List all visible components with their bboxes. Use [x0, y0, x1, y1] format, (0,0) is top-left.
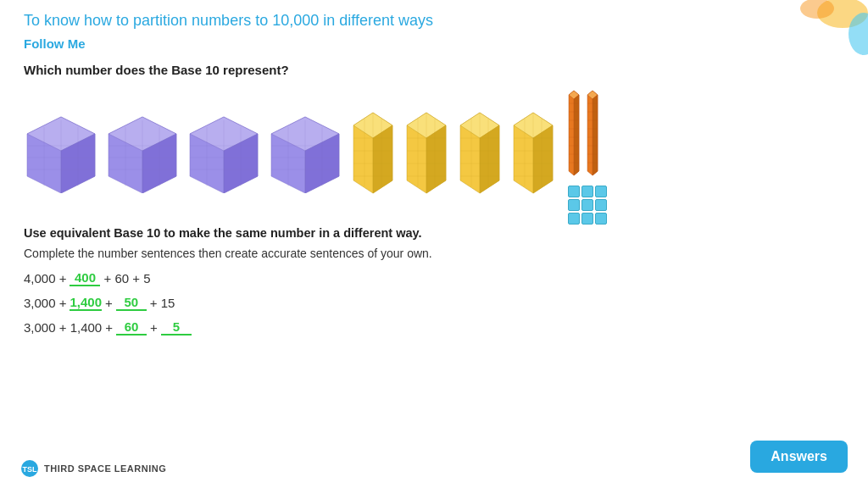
orange-rods-group	[566, 78, 607, 225]
blocks-area	[24, 87, 844, 214]
svg-marker-81	[574, 95, 579, 175]
eq3-answer2: 5	[161, 319, 192, 336]
instruction-normal: Complete the number sentences then creat…	[24, 247, 844, 260]
eq1-prefix: 4,000 +	[24, 271, 66, 286]
eq2-prefix: 3,000 +	[24, 296, 66, 310]
equations-area: 4,000 + 400 + 60 + 5 3,000 + 1,400 + 50 …	[24, 270, 844, 336]
yellow-flat-1	[349, 104, 396, 197]
purple-cube-3	[186, 108, 261, 193]
unit-cube	[581, 186, 593, 197]
footer-logo: TSL THIRD SPACE LEARNING	[20, 459, 166, 478]
eq2-answer1: 1,400	[70, 295, 102, 311]
purple-cube-4	[268, 108, 342, 193]
equation-row-1: 4,000 + 400 + 60 + 5	[24, 270, 844, 286]
page-title: To know how to partition numbers to 10,0…	[24, 12, 844, 30]
footer: TSL THIRD SPACE LEARNING	[20, 459, 166, 478]
unit-cube	[568, 213, 580, 225]
purple-cube-2	[105, 108, 180, 193]
yellow-flat-3	[456, 104, 503, 197]
unit-cube	[568, 199, 580, 211]
eq2-suffix: + 15	[150, 296, 175, 310]
answers-button[interactable]: Answers	[750, 441, 848, 473]
eq3-mid: +	[150, 320, 158, 335]
instruction-bold: Use equivalent Base 10 to make the same …	[24, 226, 844, 240]
eq2-answer2: 50	[116, 295, 147, 311]
eq3-answer1: 60	[116, 319, 147, 336]
orange-rod-2	[585, 86, 600, 180]
purple-cube-1	[24, 108, 98, 193]
footer-text: THIRD SPACE LEARNING	[44, 463, 166, 474]
equation-row-3: 3,000 + 1,400 + 60 + 5	[24, 319, 844, 336]
tsl-logo-icon: TSL	[20, 459, 39, 478]
eq1-suffix: + 60 + 5	[103, 271, 150, 286]
unit-cube	[568, 186, 580, 197]
unit-cube	[581, 199, 593, 211]
eq2-mid: +	[105, 296, 113, 310]
svg-text:TSL: TSL	[23, 465, 38, 474]
eq1-answer1: 400	[70, 270, 100, 286]
unit-cube	[595, 213, 607, 225]
yellow-flat-2	[403, 104, 449, 197]
page-container: To know how to partition numbers to 10,0…	[0, 0, 868, 488]
orange-rod-1	[566, 86, 581, 180]
equation-row-2: 3,000 + 1,400 + 50 + 15	[24, 295, 844, 311]
follow-me-label: Follow Me	[24, 36, 844, 51]
yellow-flat-4	[509, 104, 556, 197]
eq3-prefix: 3,000 + 1,400 +	[24, 320, 113, 335]
unit-cube	[595, 186, 607, 197]
svg-point-1	[849, 13, 868, 55]
svg-marker-92	[593, 95, 598, 175]
unit-cube	[595, 199, 607, 211]
decorative-blobs	[732, 0, 868, 68]
question-text: Which number does the Base 10 represent?	[24, 63, 844, 77]
unit-cubes-group	[568, 186, 607, 225]
unit-cube	[581, 213, 593, 225]
